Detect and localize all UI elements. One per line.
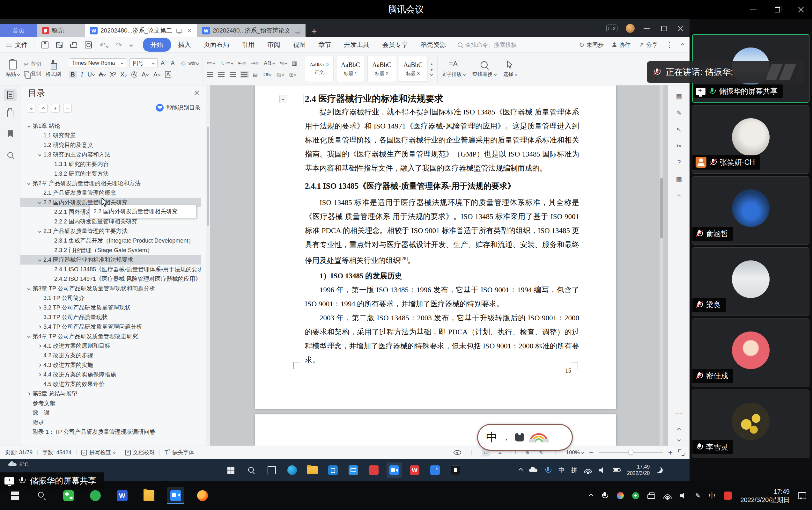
text-layout-button[interactable]: 文字排版 <box>441 60 465 78</box>
chevron-down-icon[interactable] <box>36 230 44 232</box>
pen-icon[interactable]: ✎ <box>695 492 701 500</box>
select-button[interactable]: 选择 <box>503 60 517 78</box>
menu-页面布局[interactable]: 页面布局 <box>198 38 235 52</box>
participant-tile[interactable]: 张笑妍-CH <box>692 105 809 174</box>
wps-minimize-icon[interactable] <box>643 24 651 32</box>
new-tab-button[interactable]: + <box>311 26 317 36</box>
collapse-ribbon-icon[interactable] <box>680 43 684 47</box>
toc-item[interactable]: 4.5 改进方案的效果评价 <box>21 379 201 389</box>
wps-close-icon[interactable] <box>676 24 685 32</box>
toc-item[interactable]: 致 谢 <box>21 408 201 418</box>
green-app-icon[interactable] <box>87 487 104 504</box>
italic-button[interactable]: I <box>81 71 83 78</box>
wps-icon[interactable]: W <box>407 462 422 478</box>
doc-proof-button[interactable]: ✕文档校对 <box>125 449 155 456</box>
document-scrollbar[interactable] <box>660 85 663 446</box>
shrink-font-button[interactable]: A⁻ <box>171 60 178 67</box>
distribute-button[interactable]: ▥ <box>292 60 297 67</box>
chevron-right-icon[interactable] <box>36 345 44 347</box>
chevron-down-icon[interactable] <box>36 154 44 156</box>
grow-font-button[interactable]: A⁺ <box>161 60 168 67</box>
collab-button[interactable]: 协作 <box>612 41 631 49</box>
toc-item[interactable]: 3.3 TP 公司产品质量现状 <box>21 312 201 322</box>
menu-开始[interactable]: 开始 <box>143 38 171 52</box>
word-icon[interactable]: W <box>114 487 131 504</box>
find-replace-button[interactable]: 查找替换 <box>472 60 496 78</box>
toc-scrollbar[interactable] <box>206 85 210 446</box>
copy-button[interactable]: 复制 <box>24 70 41 77</box>
toc-item[interactable]: 2.4.2 ISO 14971《医疗器械 风险管理对医疗器械的应用》 <box>21 274 201 284</box>
styles-down-icon[interactable]: ▼ <box>430 68 433 72</box>
shading-button[interactable]: ▨ <box>276 71 284 78</box>
mic-tray-icon[interactable] <box>601 491 609 500</box>
export-icon[interactable]: ↪ <box>56 42 62 48</box>
zoom-level[interactable]: 100% <box>566 449 583 456</box>
toc-item[interactable]: 2.3 产品研发质量管理的主要方法 <box>21 226 201 236</box>
tray-expand-icon[interactable] <box>589 493 593 498</box>
share-button[interactable]: ↗分享 <box>639 41 658 49</box>
toc-item[interactable]: 4.1 改进方案的原则和目标 <box>21 341 201 351</box>
chevron-down-icon[interactable] <box>36 259 44 261</box>
page-up-icon[interactable] <box>668 425 690 432</box>
pointer-icon[interactable]: ↖ <box>668 126 690 133</box>
zoom-out-icon[interactable]: − <box>589 449 593 456</box>
wps-maximize-icon[interactable] <box>660 24 668 32</box>
sync-status[interactable]: ↻未同步 <box>579 41 604 49</box>
eye-protect-icon[interactable] <box>454 450 461 455</box>
add-icon[interactable]: + <box>668 192 690 199</box>
char-scale-button[interactable]: ⇋ <box>280 60 287 67</box>
edit-icon[interactable]: ✎ <box>668 109 690 117</box>
windows-start-icon[interactable] <box>223 462 238 478</box>
participant-tile[interactable]: 李雪灵 <box>692 390 809 458</box>
highlight-button[interactable]: A <box>142 71 149 78</box>
file-explorer-icon[interactable] <box>305 462 320 478</box>
toc-item[interactable]: 2.2.2 国内研发质量管理相关研究 <box>21 217 201 226</box>
page-down-icon[interactable] <box>668 436 690 443</box>
edge-icon[interactable] <box>285 462 300 478</box>
minimize-icon[interactable] <box>750 5 758 14</box>
menu-引用[interactable]: 引用 <box>237 38 260 52</box>
file-menu[interactable]: 文件 <box>0 40 34 49</box>
char-border-button[interactable]: A <box>165 71 171 78</box>
toc-item[interactable]: 参考文献 <box>21 398 201 408</box>
toc-item[interactable]: 3.1 TP 公司简介 <box>21 293 201 303</box>
chevron-right-icon[interactable] <box>25 393 32 395</box>
more-tools-icon[interactable]: ⋯ <box>668 409 690 417</box>
tray-expand-icon[interactable] <box>519 468 523 472</box>
tab-docer[interactable]: 稻壳 <box>37 24 85 37</box>
cut-button[interactable]: ✂剪切 <box>24 61 41 68</box>
shared-weather[interactable]: 6°C <box>8 461 29 468</box>
line-spacing-button[interactable]: ↕≡ <box>263 71 271 78</box>
pinyin-guide-button[interactable]: wén <box>188 61 199 66</box>
message-badge[interactable]: 2 <box>606 25 617 32</box>
toc-item[interactable]: 2.3.1 集成产品开发（Integrate Product Developme… <box>21 236 201 245</box>
smart-toc-button[interactable]: 智能识别目录 <box>156 104 201 112</box>
command-search[interactable]: 查找命令、搜索模板 <box>458 41 517 49</box>
font-name-select[interactable]: Times New Roma <box>69 58 126 68</box>
red-app-icon[interactable] <box>724 491 732 500</box>
chevron-down-icon[interactable] <box>25 182 32 185</box>
sort-button[interactable]: A⇅ <box>264 60 274 67</box>
menu-稻壳资源[interactable]: 稻壳资源 <box>415 38 452 52</box>
participant-tile[interactable]: 梁良 <box>692 247 809 316</box>
color-app-icon[interactable] <box>617 492 624 499</box>
toc-item[interactable]: 附录 <box>21 418 201 427</box>
comment-icon[interactable]: ▤ <box>668 92 690 100</box>
zoom-slider[interactable] <box>599 452 663 453</box>
toc-item[interactable]: 4.4 改进方案的实施保障措施 <box>21 370 201 379</box>
volume-icon[interactable] <box>599 467 606 473</box>
store-icon[interactable] <box>325 462 341 478</box>
save-icon[interactable] <box>41 41 49 49</box>
search-panel-icon[interactable] <box>4 149 17 161</box>
tencent-meeting-icon[interactable] <box>386 462 402 478</box>
chevron-down-icon[interactable] <box>25 335 32 337</box>
print-preview-icon[interactable] <box>85 41 92 49</box>
clipboard-panel-icon[interactable] <box>4 107 17 120</box>
shared-clock[interactable]: 17:492022/3/20 <box>627 464 650 477</box>
battery-icon[interactable] <box>613 468 620 472</box>
font-size-select[interactable]: 四号 <box>129 58 157 68</box>
menu-章节[interactable]: 章节 <box>313 38 337 52</box>
toc-item[interactable]: 2.4.1 ISO 13485《医疗器械-质量管理体系-用于法规的要求》 <box>21 265 201 274</box>
maximize-icon[interactable] <box>773 5 781 14</box>
align-center-icon[interactable] <box>218 72 225 77</box>
